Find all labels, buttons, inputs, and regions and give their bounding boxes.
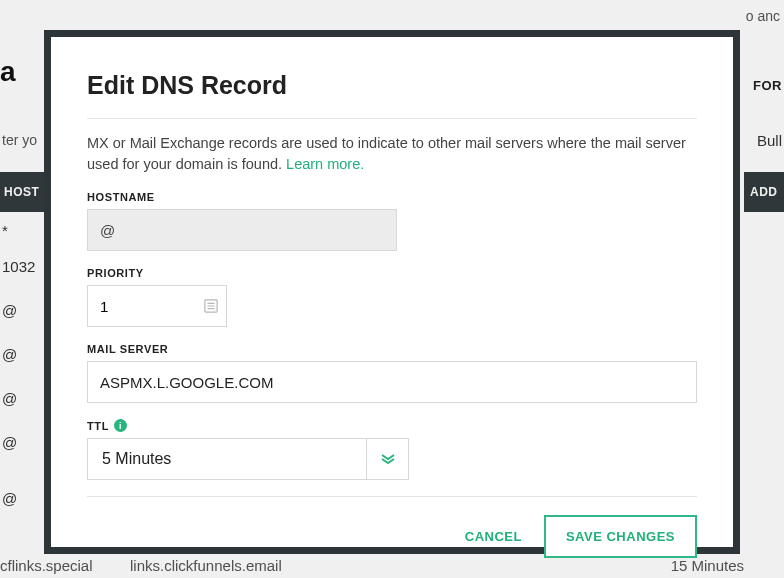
priority-field-wrap bbox=[87, 285, 227, 327]
mailserver-group: MAIL SERVER bbox=[87, 343, 697, 403]
number-stepper-icon[interactable] bbox=[204, 299, 218, 313]
hostname-group: HOSTNAME @ bbox=[87, 191, 697, 251]
ttl-group: TTL i 5 Minutes bbox=[87, 419, 697, 480]
divider bbox=[87, 118, 697, 119]
ttl-select[interactable]: 5 Minutes bbox=[87, 438, 367, 480]
description-text: MX or Mail Exchange records are used to … bbox=[87, 135, 686, 172]
modal-description: MX or Mail Exchange records are used to … bbox=[87, 133, 697, 175]
hostname-field: @ bbox=[87, 209, 397, 251]
mailserver-label: MAIL SERVER bbox=[87, 343, 697, 355]
cancel-button[interactable]: CANCEL bbox=[465, 529, 522, 544]
chevron-down-icon bbox=[381, 454, 395, 464]
priority-group: PRIORITY bbox=[87, 267, 697, 327]
save-changes-button[interactable]: SAVE CHANGES bbox=[544, 515, 697, 558]
hostname-label: HOSTNAME bbox=[87, 191, 697, 203]
edit-dns-record-modal: Edit DNS Record MX or Mail Exchange reco… bbox=[44, 30, 740, 554]
ttl-select-wrap: 5 Minutes bbox=[87, 438, 697, 480]
ttl-label: TTL i bbox=[87, 419, 697, 432]
info-icon[interactable]: i bbox=[114, 419, 127, 432]
modal-title: Edit DNS Record bbox=[87, 71, 697, 100]
ttl-dropdown-button[interactable] bbox=[367, 438, 409, 480]
learn-more-link[interactable]: Learn more. bbox=[286, 156, 364, 172]
priority-input[interactable] bbox=[100, 298, 214, 315]
mailserver-input[interactable] bbox=[87, 361, 697, 403]
ttl-label-text: TTL bbox=[87, 420, 109, 432]
priority-label: PRIORITY bbox=[87, 267, 697, 279]
modal-footer: CANCEL SAVE CHANGES bbox=[87, 496, 697, 558]
